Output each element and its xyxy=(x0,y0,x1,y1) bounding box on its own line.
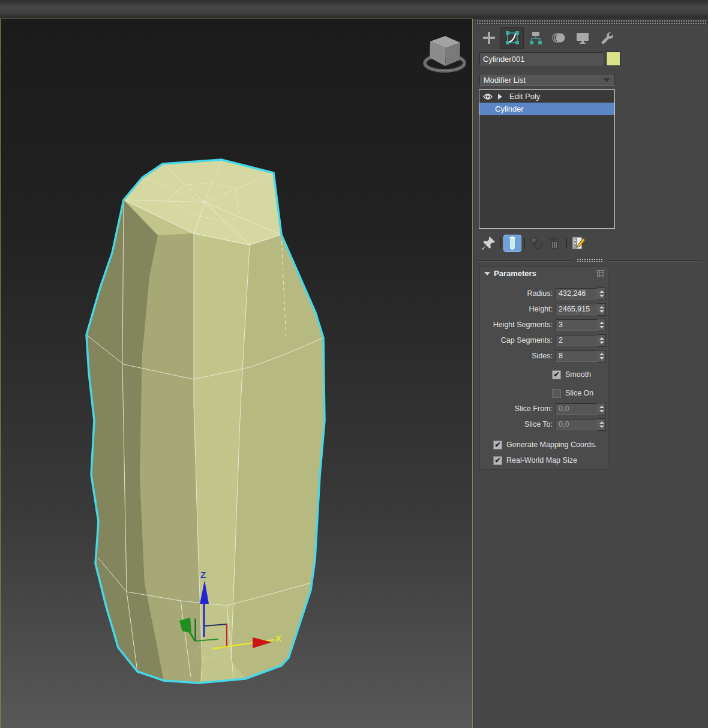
make-unique-button[interactable] xyxy=(527,234,545,252)
pin-icon xyxy=(481,235,496,251)
show-end-result-button[interactable] xyxy=(503,235,521,252)
command-panel: Modifier List Edit Poly Cylinder xyxy=(473,19,708,728)
pin-stack-button[interactable] xyxy=(479,234,497,252)
real-world-label: Real-World Map Size xyxy=(506,456,577,465)
height-field[interactable]: 2465,915 xyxy=(556,304,598,315)
panel-drag-handle[interactable] xyxy=(476,19,707,25)
radius-row: Radius: 432,246 xyxy=(480,286,608,301)
slice-on-row: Slice On xyxy=(480,385,608,401)
chevron-down-icon xyxy=(603,78,610,82)
sides-label: Sides: xyxy=(480,352,556,360)
collapse-arrow-icon xyxy=(484,272,490,275)
visibility-eye-icon[interactable] xyxy=(483,93,493,100)
app-window: X Z xyxy=(0,0,708,728)
slice-from-field[interactable]: 0,0 xyxy=(556,403,598,415)
slice-to-spinner[interactable] xyxy=(598,418,606,431)
height-segments-label: Height Segments: xyxy=(480,320,556,329)
expand-arrow-icon[interactable] xyxy=(498,94,502,100)
splitter-grip-icon xyxy=(577,259,603,262)
toolbar-separator xyxy=(566,238,567,248)
cylinder-object[interactable] xyxy=(86,160,325,683)
tab-hierarchy[interactable] xyxy=(524,27,547,49)
stack-item-label: Cylinder xyxy=(495,104,524,113)
real-world-row: ✔ Real-World Map Size xyxy=(480,453,608,468)
stack-item-edit-poly[interactable]: Edit Poly xyxy=(479,90,614,103)
make-unique-icon xyxy=(529,235,544,251)
radius-field[interactable]: 432,246 xyxy=(556,288,598,299)
scene-svg: X Z xyxy=(1,19,472,728)
cap-segments-label: Cap Segments: xyxy=(480,336,556,344)
test-tube-icon xyxy=(506,236,519,250)
height-segments-row: Height Segments: 3 xyxy=(480,317,608,332)
command-panel-tabs xyxy=(477,26,617,49)
toolbar-separator xyxy=(500,238,501,248)
plus-icon xyxy=(481,30,497,46)
sides-spinner[interactable] xyxy=(598,350,606,362)
tab-create[interactable] xyxy=(477,27,500,49)
trash-icon xyxy=(547,235,562,251)
parameters-rollout: Parameters Radius: 432,246 Height: 2465,… xyxy=(479,266,608,470)
smooth-checkbox[interactable]: ✔ xyxy=(552,370,561,379)
panel-splitter[interactable] xyxy=(477,258,703,263)
stack-item-cylinder[interactable]: Cylinder xyxy=(479,103,614,115)
viewport[interactable]: X Z xyxy=(0,19,473,728)
modifier-list-dropdown[interactable]: Modifier List xyxy=(479,74,615,86)
parameters-rollout-header[interactable]: Parameters xyxy=(480,266,608,280)
tab-utilities[interactable] xyxy=(594,27,617,49)
modify-icon xyxy=(505,30,520,46)
rollout-title: Parameters xyxy=(494,269,536,278)
sides-row: Sides: 8 xyxy=(480,348,608,364)
viewcube[interactable] xyxy=(425,36,464,71)
stack-item-label: Edit Poly xyxy=(509,92,540,101)
slice-to-field[interactable]: 0,0 xyxy=(556,419,598,430)
slice-from-row: Slice From: 0,0 xyxy=(480,401,608,417)
display-icon xyxy=(575,30,590,46)
cap-segments-spinner[interactable] xyxy=(598,334,606,347)
generate-mapping-row: ✔ Generate Mapping Coords. xyxy=(480,437,608,453)
slice-on-checkbox[interactable] xyxy=(552,389,561,398)
real-world-checkbox[interactable]: ✔ xyxy=(493,456,502,465)
cap-segments-field[interactable]: 2 xyxy=(556,335,598,346)
sides-field[interactable]: 8 xyxy=(556,350,598,362)
modifier-list-label: Modifier List xyxy=(484,76,526,85)
height-row: Height: 2465,915 xyxy=(480,301,608,317)
radius-spinner[interactable] xyxy=(598,287,606,300)
configure-modifier-sets-button[interactable] xyxy=(569,234,587,252)
height-segments-field[interactable]: 3 xyxy=(556,319,598,331)
radius-label: Radius: xyxy=(480,289,556,298)
height-spinner[interactable] xyxy=(598,303,606,316)
height-segments-spinner[interactable] xyxy=(598,319,606,331)
generate-mapping-label: Generate Mapping Coords. xyxy=(506,441,597,449)
slice-to-label: Slice To: xyxy=(480,420,556,429)
tab-modify[interactable] xyxy=(500,27,524,49)
hierarchy-icon xyxy=(528,30,544,46)
modifier-stack: Edit Poly Cylinder xyxy=(479,89,615,229)
slice-from-spinner[interactable] xyxy=(598,403,606,415)
height-label: Height: xyxy=(480,305,556,313)
z-axis-label: Z xyxy=(200,570,206,580)
cap-segments-row: Cap Segments: 2 xyxy=(480,332,608,348)
object-name-row xyxy=(479,52,622,66)
rollout-grid-icon xyxy=(597,270,604,277)
motion-icon xyxy=(551,30,567,46)
slice-from-label: Slice From: xyxy=(480,405,556,413)
wrench-icon xyxy=(598,30,614,46)
slice-to-row: Slice To: 0,0 xyxy=(480,417,608,432)
toolbar-separator xyxy=(524,238,525,248)
x-axis-label: X xyxy=(275,633,281,643)
smooth-row: ✔ Smooth xyxy=(480,367,608,382)
generate-mapping-checkbox[interactable]: ✔ xyxy=(493,441,502,450)
tab-display[interactable] xyxy=(571,27,594,49)
slice-on-label: Slice On xyxy=(565,389,593,397)
configure-sets-icon xyxy=(571,235,586,251)
remove-modifier-button[interactable] xyxy=(545,234,563,252)
main-toolbar xyxy=(0,0,708,18)
tab-motion[interactable] xyxy=(547,27,571,49)
object-name-field[interactable] xyxy=(479,52,603,65)
smooth-label: Smooth xyxy=(565,370,591,379)
stack-toolbar xyxy=(479,233,622,253)
object-color-swatch[interactable] xyxy=(606,52,620,66)
